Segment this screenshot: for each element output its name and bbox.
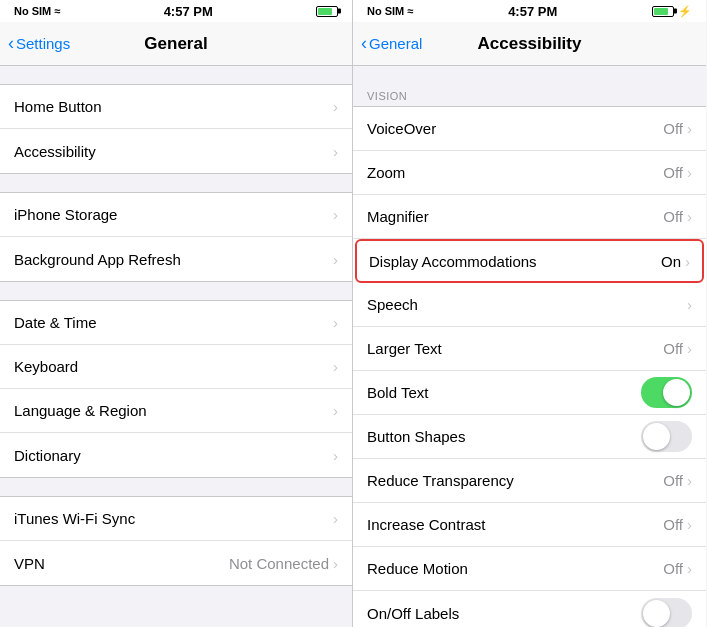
right-back-label: General	[369, 35, 422, 52]
list-item-magnifier[interactable]: Magnifier Off ›	[353, 195, 706, 239]
display-accommodations-label: Display Accommodations	[369, 253, 537, 270]
list-item-voiceover[interactable]: VoiceOver Off ›	[353, 107, 706, 151]
zoom-right: Off ›	[663, 164, 692, 181]
left-nav-title: General	[144, 34, 207, 54]
home-button-label: Home Button	[14, 98, 102, 115]
language-label: Language & Region	[14, 402, 147, 419]
back-chevron-icon: ‹	[361, 33, 367, 54]
keyboard-label: Keyboard	[14, 358, 78, 375]
list-item-onoff-labels[interactable]: On/Off Labels	[353, 591, 706, 627]
left-back-button[interactable]: ‹ Settings	[8, 33, 70, 54]
left-group-3: Date & Time › Keyboard › Language & Regi…	[0, 300, 352, 478]
list-item-keyboard[interactable]: Keyboard ›	[0, 345, 352, 389]
zoom-value: Off	[663, 164, 683, 181]
reduce-transparency-label: Reduce Transparency	[367, 472, 514, 489]
larger-text-value: Off	[663, 340, 683, 357]
list-item-zoom[interactable]: Zoom Off ›	[353, 151, 706, 195]
left-carrier: No SIM ≈	[14, 5, 60, 17]
left-status-bar: No SIM ≈ 4:57 PM	[0, 0, 352, 22]
right-back-button[interactable]: ‹ General	[361, 33, 422, 54]
left-group-4: iTunes Wi-Fi Sync › VPN Not Connected ›	[0, 496, 352, 586]
gap-r1	[353, 66, 706, 84]
gap4	[0, 478, 352, 496]
list-item-reduce-motion[interactable]: Reduce Motion Off ›	[353, 547, 706, 591]
list-item-iphone-storage[interactable]: iPhone Storage ›	[0, 193, 352, 237]
chevron-icon: ›	[333, 206, 338, 223]
display-accommodations-value: On	[661, 253, 681, 270]
onoff-labels-toggle[interactable]	[641, 598, 692, 628]
chevron-icon: ›	[687, 164, 692, 181]
gap1	[0, 66, 352, 84]
accessibility-label: Accessibility	[14, 143, 96, 160]
list-item-language[interactable]: Language & Region ›	[0, 389, 352, 433]
list-item-dictionary[interactable]: Dictionary ›	[0, 433, 352, 477]
list-item-display-accommodations[interactable]: Display Accommodations On ›	[355, 239, 704, 283]
left-battery-area	[316, 6, 338, 17]
voiceover-label: VoiceOver	[367, 120, 436, 137]
list-item-speech[interactable]: Speech ›	[353, 283, 706, 327]
wifi-icon: ≈	[54, 5, 60, 17]
chevron-icon: ›	[333, 447, 338, 464]
list-item-itunes-sync[interactable]: iTunes Wi-Fi Sync ›	[0, 497, 352, 541]
accessibility-right: ›	[333, 143, 338, 160]
zoom-label: Zoom	[367, 164, 405, 181]
itunes-sync-right: ›	[333, 510, 338, 527]
right-nav-title: Accessibility	[478, 34, 582, 54]
magnifier-value: Off	[663, 208, 683, 225]
left-back-label: Settings	[16, 35, 70, 52]
speech-label: Speech	[367, 296, 418, 313]
speech-right: ›	[687, 296, 692, 313]
chevron-icon: ›	[333, 251, 338, 268]
list-item-vpn[interactable]: VPN Not Connected ›	[0, 541, 352, 585]
chevron-icon: ›	[333, 402, 338, 419]
list-item-home-button[interactable]: Home Button ›	[0, 85, 352, 129]
list-item-larger-text[interactable]: Larger Text Off ›	[353, 327, 706, 371]
vpn-right: Not Connected ›	[229, 555, 338, 572]
increase-contrast-value: Off	[663, 516, 683, 533]
toggle-knob	[643, 423, 670, 450]
bold-text-toggle[interactable]	[641, 377, 692, 408]
right-battery-area: ⚡	[652, 5, 692, 18]
right-status-bar: No SIM ≈ 4:57 PM ⚡	[353, 0, 706, 22]
chevron-icon: ›	[685, 253, 690, 270]
gap3	[0, 282, 352, 300]
dictionary-label: Dictionary	[14, 447, 81, 464]
left-time: 4:57 PM	[164, 4, 213, 19]
list-item-increase-contrast[interactable]: Increase Contrast Off ›	[353, 503, 706, 547]
left-panel: No SIM ≈ 4:57 PM ‹ Settings General Home…	[0, 0, 353, 627]
right-vision-group: VoiceOver Off › Zoom Off › Magnifier Off…	[353, 106, 706, 627]
vpn-value: Not Connected	[229, 555, 329, 572]
list-item-button-shapes[interactable]: Button Shapes	[353, 415, 706, 459]
list-item-date-time[interactable]: Date & Time ›	[0, 301, 352, 345]
date-time-label: Date & Time	[14, 314, 97, 331]
magnifier-label: Magnifier	[367, 208, 429, 225]
button-shapes-toggle[interactable]	[641, 421, 692, 452]
increase-contrast-right: Off ›	[663, 516, 692, 533]
bold-text-right	[641, 377, 692, 408]
voiceover-value: Off	[663, 120, 683, 137]
gap2	[0, 174, 352, 192]
chevron-icon: ›	[687, 120, 692, 137]
chevron-icon: ›	[687, 560, 692, 577]
iphone-storage-label: iPhone Storage	[14, 206, 117, 223]
right-scroll: VISION VoiceOver Off › Zoom Off › Magnif…	[353, 66, 706, 627]
left-nav-bar: ‹ Settings General	[0, 22, 352, 66]
wifi-icon: ≈	[407, 5, 413, 17]
onoff-labels-label: On/Off Labels	[367, 605, 459, 622]
right-carrier: No SIM ≈	[367, 5, 413, 17]
left-group-2: iPhone Storage › Background App Refresh …	[0, 192, 352, 282]
list-item-reduce-transparency[interactable]: Reduce Transparency Off ›	[353, 459, 706, 503]
chevron-icon: ›	[687, 340, 692, 357]
left-group-1: Home Button › Accessibility ›	[0, 84, 352, 174]
button-shapes-label: Button Shapes	[367, 428, 465, 445]
background-refresh-label: Background App Refresh	[14, 251, 181, 268]
chevron-icon: ›	[687, 472, 692, 489]
chevron-icon: ›	[333, 510, 338, 527]
reduce-motion-right: Off ›	[663, 560, 692, 577]
list-item-background-refresh[interactable]: Background App Refresh ›	[0, 237, 352, 281]
toggle-knob	[643, 600, 670, 627]
reduce-motion-value: Off	[663, 560, 683, 577]
battery-icon	[652, 6, 674, 17]
list-item-bold-text[interactable]: Bold Text	[353, 371, 706, 415]
list-item-accessibility[interactable]: Accessibility ›	[0, 129, 352, 173]
